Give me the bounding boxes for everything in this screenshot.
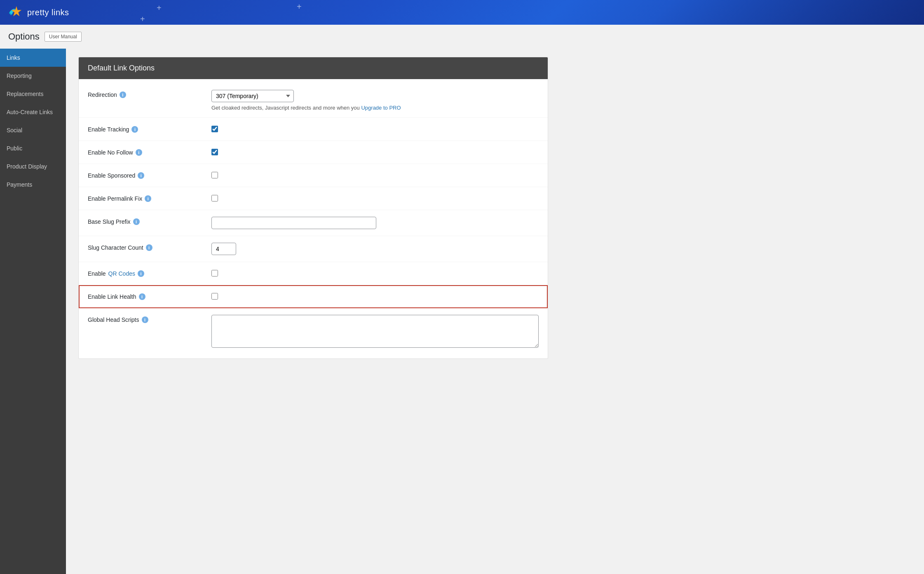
field-enable-sponsored: Enable Sponsored i	[79, 164, 548, 187]
info-icon-enable-sponsored[interactable]: i	[138, 172, 144, 179]
field-redirection: Redirection i 301 (Permanent) 302 (Tempo…	[79, 83, 548, 118]
sidebar: Links Reporting Replacements Auto-Create…	[0, 49, 66, 574]
label-enable-no-follow: Enable No Follow i	[88, 148, 211, 156]
sidebar-item-social[interactable]: Social	[0, 121, 66, 139]
field-enable-tracking: Enable Tracking i	[79, 118, 548, 141]
info-icon-redirection[interactable]: i	[120, 91, 126, 98]
sidebar-item-payments[interactable]: Payments	[0, 176, 66, 194]
enable-no-follow-checkbox[interactable]	[211, 149, 218, 155]
label-enable-permalink-fix: Enable Permalink Fix i	[88, 194, 211, 202]
enable-qr-codes-checkbox[interactable]	[211, 270, 218, 276]
redirection-select[interactable]: 301 (Permanent) 302 (Temporary) 307 (Tem…	[211, 90, 294, 102]
logo-text: pretty links	[27, 8, 69, 17]
user-manual-button[interactable]: User Manual	[45, 32, 82, 42]
control-enable-link-health	[211, 292, 539, 300]
page-title-bar: Options User Manual	[0, 25, 924, 49]
card-header: Default Link Options	[79, 57, 548, 79]
control-enable-permalink-fix	[211, 194, 539, 201]
control-slug-character-count	[211, 243, 539, 255]
label-enable-link-health: Enable Link Health i	[88, 292, 211, 300]
control-enable-sponsored	[211, 171, 539, 178]
label-redirection: Redirection i	[88, 90, 211, 98]
sidebar-item-reporting[interactable]: Reporting	[0, 67, 66, 85]
sidebar-item-replacements[interactable]: Replacements	[0, 85, 66, 103]
layout: Links Reporting Replacements Auto-Create…	[0, 49, 924, 574]
sidebar-item-auto-create[interactable]: Auto-Create Links	[0, 103, 66, 121]
logo: pretty links	[8, 5, 69, 20]
logo-icon	[8, 5, 23, 20]
info-icon-base-slug-prefix[interactable]: i	[133, 218, 140, 225]
options-card: Default Link Options Redirection i 301 (…	[78, 57, 548, 359]
slug-character-count-input[interactable]	[211, 243, 236, 255]
control-enable-no-follow	[211, 148, 539, 155]
control-base-slug-prefix	[211, 217, 539, 229]
control-global-head-scripts	[211, 315, 539, 348]
label-enable-qr-codes: Enable QR Codes i	[88, 269, 211, 277]
label-base-slug-prefix: Base Slug Prefix i	[88, 217, 211, 225]
label-global-head-scripts: Global Head Scripts i	[88, 315, 211, 323]
label-enable-tracking: Enable Tracking i	[88, 124, 211, 133]
enable-permalink-fix-checkbox[interactable]	[211, 195, 218, 201]
field-enable-no-follow: Enable No Follow i	[79, 141, 548, 164]
deco-plus-2: +	[297, 2, 302, 12]
field-global-head-scripts: Global Head Scripts i	[79, 308, 548, 354]
field-slug-character-count: Slug Character Count i	[79, 236, 548, 262]
redirection-helper: Get cloaked redirects, Javascript redire…	[211, 105, 539, 111]
sidebar-item-links[interactable]: Links	[0, 49, 66, 67]
card-body: Redirection i 301 (Permanent) 302 (Tempo…	[79, 79, 548, 358]
qr-codes-link[interactable]: QR Codes	[108, 270, 135, 277]
info-icon-global-head-scripts[interactable]: i	[142, 316, 148, 323]
base-slug-prefix-input[interactable]	[211, 217, 376, 229]
control-redirection: 301 (Permanent) 302 (Temporary) 307 (Tem…	[211, 90, 539, 111]
info-icon-enable-link-health[interactable]: i	[139, 293, 145, 300]
card-title: Default Link Options	[88, 64, 155, 72]
info-icon-enable-qr-codes[interactable]: i	[138, 270, 144, 277]
control-enable-qr-codes	[211, 269, 539, 276]
info-icon-slug-character-count[interactable]: i	[146, 244, 152, 251]
sidebar-item-product-display[interactable]: Product Display	[0, 157, 66, 176]
field-base-slug-prefix: Base Slug Prefix i	[79, 210, 548, 236]
label-enable-sponsored: Enable Sponsored i	[88, 171, 211, 179]
deco-plus-3: +	[140, 14, 145, 24]
enable-tracking-checkbox[interactable]	[211, 126, 218, 132]
field-enable-qr-codes: Enable QR Codes i	[79, 262, 548, 285]
upgrade-to-pro-link[interactable]: Upgrade to PRO	[361, 105, 401, 111]
info-icon-enable-permalink-fix[interactable]: i	[145, 195, 151, 202]
field-enable-permalink-fix: Enable Permalink Fix i	[79, 187, 548, 210]
sidebar-item-public[interactable]: Public	[0, 139, 66, 157]
info-icon-enable-no-follow[interactable]: i	[136, 149, 142, 156]
enable-sponsored-checkbox[interactable]	[211, 172, 218, 178]
deco-plus-1: +	[157, 3, 162, 13]
field-enable-link-health: Enable Link Health i	[79, 285, 548, 308]
svg-marker-0	[12, 7, 21, 16]
main-content: Default Link Options Redirection i 301 (…	[66, 49, 924, 574]
control-enable-tracking	[211, 124, 539, 132]
enable-link-health-checkbox[interactable]	[211, 293, 218, 300]
app-header: pretty links + + +	[0, 0, 924, 25]
page-title: Options	[8, 31, 40, 42]
info-icon-enable-tracking[interactable]: i	[131, 126, 138, 133]
label-slug-character-count: Slug Character Count i	[88, 243, 211, 251]
global-head-scripts-textarea[interactable]	[211, 315, 539, 348]
